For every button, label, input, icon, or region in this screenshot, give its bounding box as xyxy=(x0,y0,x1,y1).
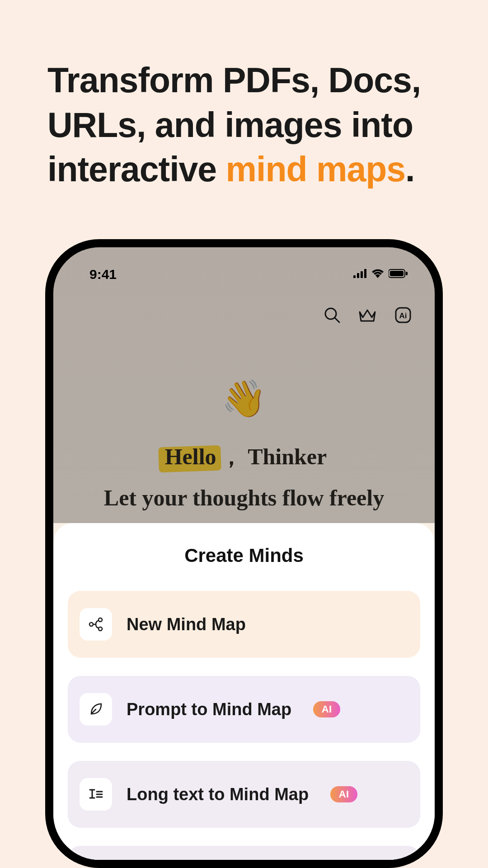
phone-device-frame: 9:41 Ai xyxy=(45,239,443,868)
sheet-title: Create Minds xyxy=(68,545,420,566)
option-file-to-mind-map[interactable]: File to Mind Map AI xyxy=(68,846,420,860)
ai-badge: AI xyxy=(330,786,357,802)
option-long-text-to-mind-map[interactable]: Long text to Mind Map AI xyxy=(68,761,420,828)
svg-point-13 xyxy=(99,627,102,631)
option-new-mind-map[interactable]: New Mind Map xyxy=(68,591,420,658)
headline-accent: mind maps xyxy=(226,150,405,189)
option-label: Long text to Mind Map xyxy=(127,785,309,804)
ai-badge: AI xyxy=(313,701,340,717)
headline-post: . xyxy=(405,150,414,189)
option-label: Prompt to Mind Map xyxy=(127,700,291,719)
leaf-icon xyxy=(80,693,112,726)
modal-backdrop[interactable] xyxy=(53,247,435,523)
option-label: New Mind Map xyxy=(127,615,246,634)
mind-network-icon xyxy=(80,608,112,641)
phone-screen: 9:41 Ai xyxy=(53,247,435,860)
marketing-headline: Transform PDFs, Docs, URLs, and images i… xyxy=(47,58,441,192)
text-lines-icon xyxy=(80,778,112,811)
create-minds-sheet: Create Minds New Mind Map Prompt to Mind… xyxy=(53,523,435,860)
option-prompt-to-mind-map[interactable]: Prompt to Mind Map AI xyxy=(68,676,420,743)
svg-point-12 xyxy=(99,618,102,622)
